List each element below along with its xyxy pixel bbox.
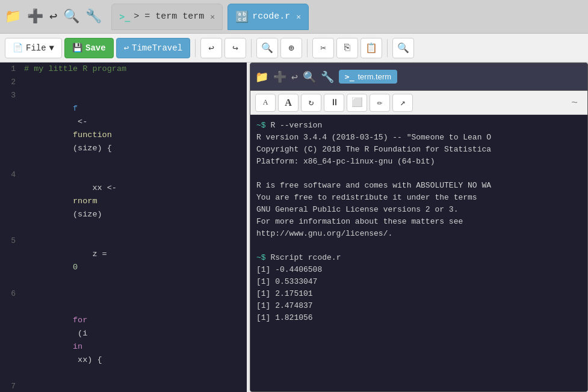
zoom-fit-icon: ⊕ (288, 42, 294, 54)
settings-icon[interactable]: 🔧 (85, 8, 102, 25)
terminal-tab-label: term.term (358, 72, 392, 81)
undo-button[interactable]: ↩ (200, 38, 222, 58)
code-line-1: 1 # my little R program (0, 63, 247, 76)
term-line-5 (256, 168, 581, 180)
terminal-panel: 📁 ➕ ↩ 🔍 🔧 >_ term.term A A ↻ ⏸ ⬜ ✏ ↗ ~ ~… (250, 63, 588, 392)
line-num-2: 2 (0, 76, 22, 89)
code-line-6: 6 for (i in xx) { (0, 287, 247, 380)
kw-f: f (73, 104, 78, 113)
paste-icon: 📋 (365, 42, 377, 54)
line-content-6[interactable]: for (i in xx) { (22, 287, 247, 380)
terminal-tab-icon: >_ (345, 72, 354, 81)
term-line-12: ~$ Rscript rcode.r (256, 252, 581, 264)
paste-button[interactable]: 📋 (361, 38, 382, 58)
term-font-small-btn[interactable]: A (255, 94, 276, 112)
term-line-4: Platform: x86_64-pc-linux-gnu (64-bit) (256, 156, 581, 168)
kw-assign: <- (73, 117, 92, 126)
history-icon[interactable]: ↩ (49, 8, 57, 25)
line-content-5[interactable]: z = 0 (22, 234, 247, 287)
terminal-add-icon[interactable]: ➕ (273, 70, 286, 84)
tab-term[interactable]: >_ > = term term ✕ (111, 4, 223, 30)
terminal-search-icon[interactable]: 🔍 (303, 70, 316, 84)
line-content-3[interactable]: f <- function (size) { (22, 89, 247, 168)
term-line-11 (256, 240, 581, 252)
zoom-button[interactable]: 🔍 (256, 38, 278, 58)
tab-rcode[interactable]: 🔡 rcode.r ✕ (227, 4, 309, 30)
term-refresh-btn[interactable]: ↻ (301, 94, 321, 112)
main-tab-bar: 📁 ➕ ↩ 🔍 🔧 >_ > = term term ✕ 🔡 rcode.r ✕ (0, 0, 588, 34)
code-editor: 1 # my little R program 2 3 f <- functio… (0, 63, 247, 392)
code-line-5: 5 z = 0 (0, 234, 247, 287)
terminal-active-tab[interactable]: >_ term.term (339, 70, 397, 84)
term-copy-btn[interactable]: ⬜ (347, 94, 367, 112)
term-line-13: [1] -0.4406508 (256, 264, 581, 276)
line-num-5: 5 (0, 234, 22, 248)
line-content-4[interactable]: xx <- rnorm (size) (22, 168, 247, 234)
redo-button[interactable]: ↪ (224, 38, 246, 58)
save-icon: 💾 (72, 43, 82, 53)
code-line-2: 2 (0, 76, 247, 89)
zoom-fit-button[interactable]: ⊕ (280, 38, 302, 58)
main-toolbar: 📄 File ▼ 💾 Save ↩ TimeTravel ↩ ↪ 🔍 ⊕ ✂ ⎘… (0, 34, 588, 63)
term-line-16: [1] 2.474837 (256, 300, 581, 312)
timetravel-button[interactable]: ↩ TimeTravel (116, 38, 190, 58)
line-num-6: 6 (0, 287, 22, 301)
add-icon[interactable]: ➕ (27, 8, 43, 25)
kw-function: function (73, 130, 112, 139)
term-line-9: For more information about these matters… (256, 216, 581, 228)
term-tilde: ~ (571, 97, 583, 109)
save-button[interactable]: 💾 Save (64, 38, 114, 58)
tab-term-close[interactable]: ✕ (210, 12, 215, 22)
find-button[interactable]: 🔍 (392, 38, 414, 58)
tab-term-label: > = term term (134, 11, 204, 22)
terminal-folder-icon[interactable]: 📁 (255, 70, 268, 84)
term-edit-btn[interactable]: ✏ (370, 94, 390, 112)
file-button[interactable]: 📄 File ▼ (5, 38, 62, 58)
term-line-6: R is free software and comes with ABSOLU… (256, 180, 581, 192)
timetravel-icon: ↩ (124, 43, 129, 53)
term-line-1: ~$ R --version (256, 120, 581, 132)
separator-1 (195, 39, 196, 57)
undo-icon: ↩ (208, 42, 214, 54)
terminal-tab-bar: 📁 ➕ ↩ 🔍 🔧 >_ term.term (250, 63, 587, 91)
term-line-10: http://www.gnu.org/licenses/. (256, 228, 581, 240)
search-icon[interactable]: 🔍 (63, 8, 79, 25)
open-icon: ↗ (400, 97, 405, 108)
terminal-settings-icon[interactable]: 🔧 (321, 70, 334, 84)
font-large-icon: A (285, 97, 292, 108)
term-line-3: Copyright (C) 2018 The R Foundation for … (256, 144, 581, 156)
kw-rest3: (size) { (73, 144, 112, 153)
tab-rcode-close[interactable]: ✕ (296, 12, 301, 22)
save-label: Save (85, 43, 106, 53)
term-pause-btn[interactable]: ⏸ (324, 94, 344, 112)
pause-icon: ⏸ (330, 97, 339, 108)
term-font-large-btn[interactable]: A (278, 94, 299, 112)
line-num-3: 3 (0, 89, 22, 102)
separator-4 (387, 39, 388, 57)
content-area: 1 # my little R program 2 3 f <- functio… (0, 63, 588, 392)
terminal-toolbar: A A ↻ ⏸ ⬜ ✏ ↗ ~ (250, 91, 587, 115)
timetravel-label: TimeTravel (132, 43, 182, 53)
terminal-history-icon[interactable]: ↩ (291, 70, 298, 84)
find-icon: 🔍 (397, 42, 409, 54)
cut-button[interactable]: ✂ (312, 38, 334, 58)
tab-bar-icons: 📁 ➕ ↩ 🔍 🔧 (5, 8, 102, 25)
copy-term-icon: ⬜ (351, 97, 363, 108)
term-line-2: R version 3.4.4 (2018-03-15) -- "Someone… (256, 132, 581, 144)
copy-icon: ⎘ (344, 43, 350, 54)
code-lines: 1 # my little R program 2 3 f <- functio… (0, 63, 247, 392)
rcode-tab-icon: 🔡 (235, 10, 249, 23)
line-content-1[interactable]: # my little R program (22, 63, 247, 76)
term-open-btn[interactable]: ↗ (392, 94, 413, 112)
line-content-7[interactable]: if (z %% 2 == 0 ) { (22, 380, 247, 392)
code-line-7: 7 if (z %% 2 == 0 ) { (0, 380, 247, 392)
term-line-7: You are free to redistribute it under th… (256, 192, 581, 204)
terminal-output[interactable]: ~$ R --version R version 3.4.4 (2018-03-… (250, 115, 587, 391)
terminal-tab-icon: >_ (119, 11, 130, 22)
edit-icon: ✏ (377, 97, 382, 108)
copy-button[interactable]: ⎘ (336, 38, 358, 58)
term-line-8: GNU General Public License versions 2 or… (256, 204, 581, 216)
file-label: File (26, 43, 46, 53)
folder-icon[interactable]: 📁 (5, 8, 21, 25)
term-line-17: [1] 1.821056 (256, 312, 581, 324)
